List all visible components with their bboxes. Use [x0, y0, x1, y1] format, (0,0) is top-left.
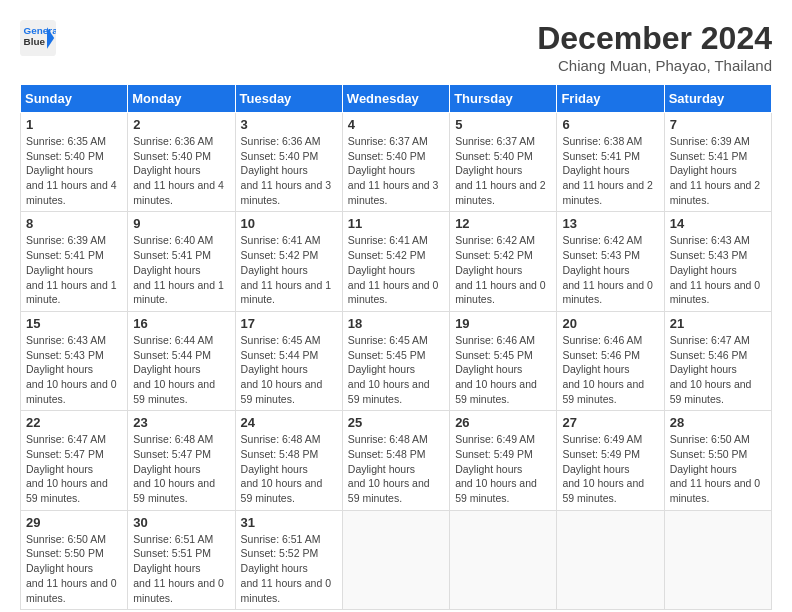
sunset-label: Sunset: 5:49 PM — [455, 448, 533, 460]
day-number: 30 — [133, 515, 229, 530]
calendar-cell: 28 Sunrise: 6:50 AM Sunset: 5:50 PM Dayl… — [664, 411, 771, 510]
daylight-value: and 11 hours and 1 minute. — [133, 279, 224, 306]
day-number: 14 — [670, 216, 766, 231]
day-info: Sunrise: 6:48 AM Sunset: 5:47 PM Dayligh… — [133, 432, 229, 505]
calendar-cell: 15 Sunrise: 6:43 AM Sunset: 5:43 PM Dayl… — [21, 311, 128, 410]
daylight-value: and 11 hours and 1 minute. — [241, 279, 332, 306]
daylight-label: Daylight hours — [26, 363, 93, 375]
daylight-value: and 11 hours and 0 minutes. — [455, 279, 546, 306]
daylight-label: Daylight hours — [562, 463, 629, 475]
daylight-label: Daylight hours — [133, 463, 200, 475]
day-info: Sunrise: 6:35 AM Sunset: 5:40 PM Dayligh… — [26, 134, 122, 207]
daylight-label: Daylight hours — [241, 562, 308, 574]
daylight-value: and 11 hours and 0 minutes. — [133, 577, 224, 604]
daylight-value: and 10 hours and 59 minutes. — [348, 378, 430, 405]
sunrise-label: Sunrise: 6:36 AM — [133, 135, 213, 147]
day-info: Sunrise: 6:48 AM Sunset: 5:48 PM Dayligh… — [241, 432, 337, 505]
sunset-label: Sunset: 5:48 PM — [241, 448, 319, 460]
calendar-table: SundayMondayTuesdayWednesdayThursdayFrid… — [20, 84, 772, 610]
day-info: Sunrise: 6:50 AM Sunset: 5:50 PM Dayligh… — [670, 432, 766, 505]
calendar-cell — [557, 510, 664, 609]
sunrise-label: Sunrise: 6:40 AM — [133, 234, 213, 246]
day-number: 27 — [562, 415, 658, 430]
day-number: 12 — [455, 216, 551, 231]
sunset-label: Sunset: 5:40 PM — [348, 150, 426, 162]
sunset-label: Sunset: 5:43 PM — [562, 249, 640, 261]
calendar-cell — [664, 510, 771, 609]
day-number: 31 — [241, 515, 337, 530]
daylight-label: Daylight hours — [241, 463, 308, 475]
daylight-value: and 11 hours and 4 minutes. — [133, 179, 224, 206]
calendar-cell: 6 Sunrise: 6:38 AM Sunset: 5:41 PM Dayli… — [557, 113, 664, 212]
daylight-value: and 10 hours and 59 minutes. — [455, 477, 537, 504]
sunset-label: Sunset: 5:48 PM — [348, 448, 426, 460]
sunset-label: Sunset: 5:45 PM — [455, 349, 533, 361]
daylight-label: Daylight hours — [455, 463, 522, 475]
day-info: Sunrise: 6:39 AM Sunset: 5:41 PM Dayligh… — [26, 233, 122, 306]
daylight-value: and 11 hours and 3 minutes. — [241, 179, 332, 206]
calendar-cell: 25 Sunrise: 6:48 AM Sunset: 5:48 PM Dayl… — [342, 411, 449, 510]
sunset-label: Sunset: 5:46 PM — [670, 349, 748, 361]
daylight-value: and 10 hours and 59 minutes. — [670, 378, 752, 405]
svg-text:Blue: Blue — [24, 36, 46, 47]
daylight-value: and 11 hours and 0 minutes. — [670, 477, 761, 504]
sunrise-label: Sunrise: 6:47 AM — [670, 334, 750, 346]
sunset-label: Sunset: 5:51 PM — [133, 547, 211, 559]
sunset-label: Sunset: 5:47 PM — [133, 448, 211, 460]
daylight-value: and 11 hours and 0 minutes. — [26, 577, 117, 604]
day-info: Sunrise: 6:51 AM Sunset: 5:52 PM Dayligh… — [241, 532, 337, 605]
page-header: General Blue December 2024 Chiang Muan, … — [20, 20, 772, 74]
calendar-cell: 19 Sunrise: 6:46 AM Sunset: 5:45 PM Dayl… — [450, 311, 557, 410]
sunset-label: Sunset: 5:41 PM — [133, 249, 211, 261]
day-number: 24 — [241, 415, 337, 430]
sunset-label: Sunset: 5:50 PM — [26, 547, 104, 559]
daylight-label: Daylight hours — [455, 264, 522, 276]
day-number: 25 — [348, 415, 444, 430]
sunrise-label: Sunrise: 6:37 AM — [455, 135, 535, 147]
calendar-cell: 31 Sunrise: 6:51 AM Sunset: 5:52 PM Dayl… — [235, 510, 342, 609]
calendar-cell: 4 Sunrise: 6:37 AM Sunset: 5:40 PM Dayli… — [342, 113, 449, 212]
sunrise-label: Sunrise: 6:50 AM — [26, 533, 106, 545]
weekday-header-sunday: Sunday — [21, 85, 128, 113]
daylight-label: Daylight hours — [241, 164, 308, 176]
calendar-cell: 7 Sunrise: 6:39 AM Sunset: 5:41 PM Dayli… — [664, 113, 771, 212]
day-number: 20 — [562, 316, 658, 331]
daylight-value: and 10 hours and 59 minutes. — [455, 378, 537, 405]
sunrise-label: Sunrise: 6:35 AM — [26, 135, 106, 147]
sunrise-label: Sunrise: 6:48 AM — [133, 433, 213, 445]
daylight-value: and 11 hours and 0 minutes. — [348, 279, 439, 306]
calendar-body: 1 Sunrise: 6:35 AM Sunset: 5:40 PM Dayli… — [21, 113, 772, 610]
daylight-value: and 11 hours and 0 minutes. — [670, 279, 761, 306]
day-number: 1 — [26, 117, 122, 132]
calendar-header: SundayMondayTuesdayWednesdayThursdayFrid… — [21, 85, 772, 113]
daylight-value: and 10 hours and 59 minutes. — [562, 477, 644, 504]
day-info: Sunrise: 6:48 AM Sunset: 5:48 PM Dayligh… — [348, 432, 444, 505]
sunset-label: Sunset: 5:52 PM — [241, 547, 319, 559]
day-number: 13 — [562, 216, 658, 231]
calendar-cell: 16 Sunrise: 6:44 AM Sunset: 5:44 PM Dayl… — [128, 311, 235, 410]
sunrise-label: Sunrise: 6:45 AM — [241, 334, 321, 346]
day-info: Sunrise: 6:36 AM Sunset: 5:40 PM Dayligh… — [241, 134, 337, 207]
calendar-cell: 17 Sunrise: 6:45 AM Sunset: 5:44 PM Dayl… — [235, 311, 342, 410]
calendar-week-5: 29 Sunrise: 6:50 AM Sunset: 5:50 PM Dayl… — [21, 510, 772, 609]
calendar-cell — [342, 510, 449, 609]
daylight-label: Daylight hours — [562, 164, 629, 176]
day-info: Sunrise: 6:46 AM Sunset: 5:46 PM Dayligh… — [562, 333, 658, 406]
day-info: Sunrise: 6:49 AM Sunset: 5:49 PM Dayligh… — [562, 432, 658, 505]
day-number: 19 — [455, 316, 551, 331]
daylight-label: Daylight hours — [562, 363, 629, 375]
day-number: 9 — [133, 216, 229, 231]
day-number: 11 — [348, 216, 444, 231]
day-number: 7 — [670, 117, 766, 132]
sunrise-label: Sunrise: 6:49 AM — [562, 433, 642, 445]
sunrise-label: Sunrise: 6:36 AM — [241, 135, 321, 147]
day-number: 17 — [241, 316, 337, 331]
weekday-header-friday: Friday — [557, 85, 664, 113]
sunrise-label: Sunrise: 6:41 AM — [241, 234, 321, 246]
calendar-cell: 10 Sunrise: 6:41 AM Sunset: 5:42 PM Dayl… — [235, 212, 342, 311]
daylight-value: and 10 hours and 0 minutes. — [26, 378, 117, 405]
day-number: 22 — [26, 415, 122, 430]
calendar-cell: 11 Sunrise: 6:41 AM Sunset: 5:42 PM Dayl… — [342, 212, 449, 311]
daylight-label: Daylight hours — [26, 164, 93, 176]
sunset-label: Sunset: 5:41 PM — [26, 249, 104, 261]
